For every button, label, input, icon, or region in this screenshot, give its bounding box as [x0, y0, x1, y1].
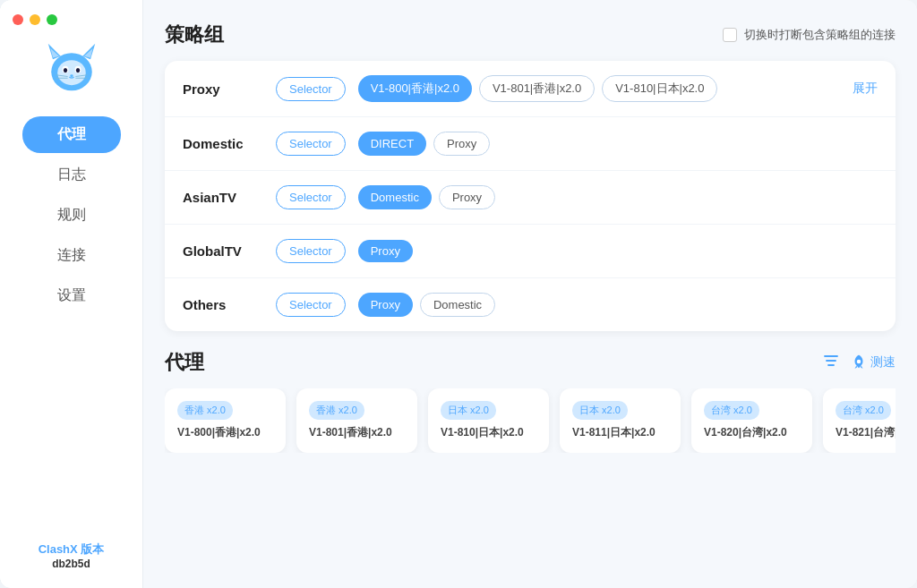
- svg-point-10: [70, 74, 73, 77]
- strategy-group-title: 策略组: [165, 21, 224, 48]
- others-tags: Proxy Domestic: [358, 293, 878, 317]
- svg-marker-4: [84, 48, 93, 58]
- sidebar-item-connections[interactable]: 连接: [22, 237, 121, 274]
- card-name-2: V1-810|日本|x2.0: [441, 425, 536, 440]
- rocket-icon: [851, 354, 867, 372]
- domestic-tags: DIRECT Proxy: [358, 132, 878, 156]
- version-id: db2b5d: [39, 558, 105, 570]
- svg-marker-3: [50, 48, 59, 58]
- strategy-row-globaltv: GlobalTV Selector Proxy: [165, 225, 896, 278]
- app-logo: [40, 36, 103, 98]
- proxy-section-title: 代理: [165, 349, 204, 376]
- toggle-row: 切换时打断包含策略组的连接: [723, 27, 896, 43]
- tag-v1-801[interactable]: V1-801|香港|x2.0: [479, 75, 595, 102]
- card-tag-5: 台湾 x2.0: [836, 401, 891, 420]
- maximize-button[interactable]: [47, 14, 57, 25]
- proxy-cards-container: 香港 x2.0 V1-800|香港|x2.0 香港 x2.0 V1-801|香港…: [165, 388, 896, 453]
- filter-icon[interactable]: [822, 352, 840, 374]
- strategy-table: Proxy Selector V1-800|香港|x2.0 V1-801|香港|…: [165, 61, 896, 331]
- proxy-card-4[interactable]: 台湾 x2.0 V1-820|台湾|x2.0: [691, 388, 812, 453]
- proxy-card-5[interactable]: 台湾 x2.0 V1-821|台湾|x2.0: [823, 388, 896, 453]
- card-name-1: V1-801|香港|x2.0: [309, 425, 405, 440]
- tag-proxy-domestic[interactable]: Proxy: [433, 132, 490, 156]
- tag-domestic-asiantv[interactable]: Domestic: [358, 185, 432, 209]
- sidebar-item-rules[interactable]: 规则: [22, 197, 121, 234]
- minimize-button[interactable]: [30, 14, 40, 25]
- tag-domestic-others[interactable]: Domestic: [420, 293, 495, 317]
- main-content: 策略组 切换时打断包含策略组的连接 Proxy Selector V1-800|…: [143, 0, 917, 588]
- strategy-name-globaltv: GlobalTV: [183, 243, 263, 259]
- card-name-4: V1-820|台湾|x2.0: [704, 425, 800, 440]
- asiantv-tags: Domestic Proxy: [358, 185, 878, 209]
- strategy-row-asiantv: AsianTV Selector Domestic Proxy: [165, 171, 896, 225]
- sidebar-item-proxy[interactable]: 代理: [22, 116, 121, 153]
- speed-test-label: 测速: [870, 354, 896, 371]
- proxy-tags: V1-800|香港|x2.0 V1-801|香港|x2.0 V1-810|日本|…: [358, 75, 840, 102]
- tag-v1-810[interactable]: V1-810|日本|x2.0: [602, 75, 717, 102]
- card-tag-3: 日本 x2.0: [572, 401, 628, 420]
- card-tag-4: 台湾 x2.0: [704, 401, 759, 420]
- tag-proxy-others[interactable]: Proxy: [358, 293, 413, 317]
- svg-point-8: [63, 68, 66, 72]
- card-tag-2: 日本 x2.0: [441, 401, 496, 420]
- toggle-checkbox[interactable]: [723, 28, 737, 42]
- proxy-card-2[interactable]: 日本 x2.0 V1-810|日本|x2.0: [428, 388, 549, 453]
- card-name-5: V1-821|台湾|x2.0: [836, 425, 896, 440]
- proxy-actions: 测速: [822, 352, 896, 374]
- card-name-0: V1-800|香港|x2.0: [177, 425, 273, 440]
- expand-button[interactable]: 展开: [853, 81, 878, 97]
- strategy-row-domestic: Domestic Selector DIRECT Proxy: [165, 117, 896, 171]
- tag-proxy-asiantv[interactable]: Proxy: [439, 185, 495, 209]
- tag-proxy-globaltv[interactable]: Proxy: [358, 240, 413, 262]
- selector-tag-others[interactable]: Selector: [276, 293, 346, 317]
- sidebar-item-settings[interactable]: 设置: [22, 277, 121, 314]
- version-info: ClashX 版本 db2b5d: [39, 541, 105, 570]
- card-name-3: V1-811|日本|x2.0: [572, 425, 668, 440]
- tag-v1-800[interactable]: V1-800|香港|x2.0: [358, 75, 472, 102]
- strategy-name-others: Others: [183, 297, 263, 312]
- sidebar-item-log[interactable]: 日志: [22, 157, 121, 193]
- proxy-card-1[interactable]: 香港 x2.0 V1-801|香港|x2.0: [296, 388, 417, 453]
- svg-point-5: [57, 60, 86, 85]
- close-button[interactable]: [13, 14, 23, 25]
- svg-point-18: [857, 359, 861, 363]
- selector-tag-globaltv[interactable]: Selector: [276, 239, 346, 263]
- toggle-label: 切换时打断包含策略组的连接: [744, 27, 896, 43]
- proxy-card-0[interactable]: 香港 x2.0 V1-800|香港|x2.0: [165, 388, 286, 453]
- sidebar: 代理 日志 规则 连接 设置 ClashX 版本 db2b5d: [0, 0, 143, 588]
- strategy-row-proxy: Proxy Selector V1-800|香港|x2.0 V1-801|香港|…: [165, 61, 896, 117]
- selector-tag-proxy[interactable]: Selector: [276, 77, 346, 101]
- tag-direct[interactable]: DIRECT: [358, 132, 426, 156]
- proxy-card-3[interactable]: 日本 x2.0 V1-811|日本|x2.0: [560, 388, 681, 453]
- proxy-section-header: 代理: [165, 349, 896, 376]
- app-version-label: ClashX 版本: [39, 541, 105, 558]
- card-tag-1: 香港 x2.0: [309, 401, 364, 420]
- sidebar-nav: 代理 日志 规则 连接 设置: [0, 116, 142, 314]
- strategy-name-asiantv: AsianTV: [183, 190, 263, 205]
- strategy-name-proxy: Proxy: [183, 81, 263, 97]
- traffic-lights: [13, 14, 57, 25]
- svg-point-9: [75, 68, 79, 72]
- strategy-name-domestic: Domestic: [183, 136, 263, 151]
- card-tag-0: 香港 x2.0: [177, 401, 233, 420]
- strategy-group-header: 策略组 切换时打断包含策略组的连接: [165, 21, 896, 48]
- selector-tag-asiantv[interactable]: Selector: [276, 185, 346, 209]
- selector-tag-domestic[interactable]: Selector: [276, 132, 346, 156]
- globaltv-tags: Proxy: [358, 240, 878, 262]
- strategy-row-others: Others Selector Proxy Domestic: [165, 278, 896, 331]
- speed-test-button[interactable]: 测速: [851, 354, 896, 372]
